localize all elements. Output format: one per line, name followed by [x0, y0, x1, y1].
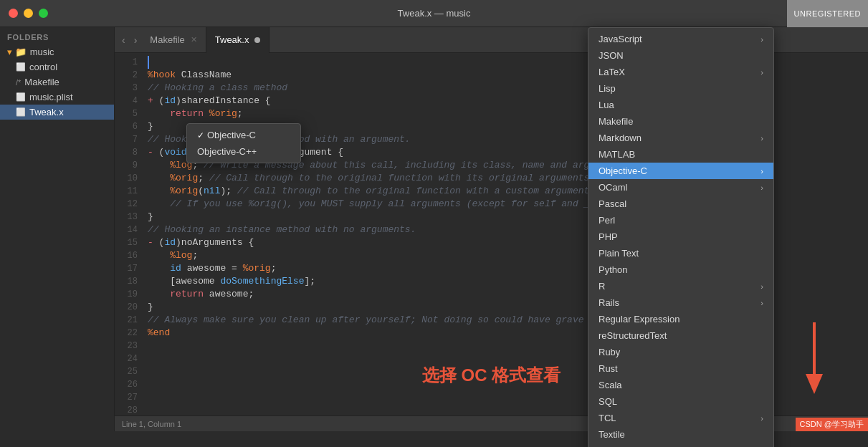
sidebar-file-plist[interactable]: ⬜ music.plist	[0, 90, 114, 105]
menu-item-latex[interactable]: LaTeX ›	[588, 64, 773, 80]
red-arrow-svg	[800, 322, 829, 401]
file-name-plist: music.plist	[29, 92, 73, 102]
tab-makefile-label: Makefile	[150, 34, 184, 45]
tab-makefile[interactable]: Makefile ✕	[141, 27, 206, 53]
submenu-arrow-icon: ›	[760, 282, 763, 291]
menu-item-ruby[interactable]: Ruby	[588, 344, 773, 360]
submenu-arrow-icon: ›	[760, 414, 763, 423]
menu-item-regex[interactable]: Regular Expression	[588, 311, 773, 327]
sidebar: FOLDERS ▾ 📁 music ⬜ control /* Makefile …	[0, 27, 115, 431]
menu-item-tcl[interactable]: TCL ›	[588, 410, 773, 426]
folder-icon: ▾ 📁	[7, 47, 27, 57]
tab-tweak-modified	[254, 37, 260, 43]
unregistered-badge: UNREGISTERED	[787, 0, 868, 27]
tab-tweak[interactable]: Tweak.x	[206, 27, 270, 53]
file-name-makefile: Makefile	[24, 77, 59, 87]
menu-item-perl[interactable]: Perl	[588, 212, 773, 229]
file-name: control	[29, 62, 57, 72]
cursor-position: Line 1, Column 1	[122, 420, 181, 428]
sidebar-folder-music[interactable]: ▾ 📁 music	[0, 44, 114, 59]
submenu-arrow-icon: ›	[760, 35, 763, 44]
menu-item-makefile[interactable]: Makefile	[588, 113, 773, 130]
sidebar-file-control[interactable]: ⬜ control	[0, 59, 114, 74]
submenu-arrow-icon: ›	[760, 183, 763, 192]
file-icon-plist: ⬜	[16, 92, 26, 102]
menu-item-markdown[interactable]: Markdown ›	[588, 130, 773, 146]
red-arrow-container	[800, 322, 829, 404]
menu-item-python[interactable]: Python	[588, 261, 773, 278]
menu-item-pascal[interactable]: Pascal	[588, 196, 773, 212]
menu-item-textile[interactable]: Textile	[588, 426, 773, 443]
submenu-arrow-icon: ›	[760, 68, 763, 77]
file-name-tweak: Tweak.x	[29, 107, 64, 117]
file-icon-tweak: ⬜	[16, 107, 26, 117]
tab-next-button[interactable]: ›	[130, 27, 142, 53]
menu-item-rails[interactable]: Rails ›	[588, 294, 773, 311]
close-button[interactable]	[9, 9, 18, 18]
tab-makefile-close[interactable]: ✕	[191, 35, 197, 44]
menu-item-ocaml[interactable]: OCaml ›	[588, 179, 773, 196]
csdn-badge: CSDN @学习助手	[796, 418, 868, 431]
menu-item-scala[interactable]: Scala	[588, 377, 773, 393]
objectivec-submenu[interactable]: ✓ Objective-C Objective-C++	[186, 123, 301, 163]
menu-item-php[interactable]: PHP	[588, 229, 773, 245]
menu-item-r[interactable]: R ›	[588, 278, 773, 294]
tab-tweak-label: Tweak.x	[215, 34, 249, 45]
sidebar-header: FOLDERS	[0, 27, 114, 44]
folder-name: music	[30, 47, 54, 57]
sidebar-file-makefile[interactable]: /* Makefile	[0, 74, 114, 90]
line-numbers: 12345 678910 1112131415 1617181920 21222…	[115, 53, 142, 415]
file-icon-makefile: /*	[16, 78, 21, 87]
submenu-arrow-icon: ›	[760, 299, 763, 307]
menu-item-lua[interactable]: Lua	[588, 97, 773, 113]
svg-marker-1	[806, 374, 823, 394]
menu-item-plaintext[interactable]: Plain Text	[588, 245, 773, 261]
menu-item-sql[interactable]: SQL	[588, 393, 773, 410]
submenu-objectivec[interactable]: ✓ Objective-C	[187, 127, 300, 143]
sidebar-file-tweak[interactable]: ⬜ Tweak.x	[0, 105, 114, 120]
submenu-arrow-icon: ›	[760, 134, 763, 143]
maximize-button[interactable]	[39, 9, 48, 18]
menu-item-javascript[interactable]: JavaScript ›	[588, 31, 773, 47]
language-dropdown[interactable]: JavaScript › JSON LaTeX › Lisp Lua Makef…	[588, 27, 774, 447]
check-icon: ✓	[197, 130, 204, 140]
submenu-arrow-icon: ›	[760, 167, 763, 176]
menu-item-lisp[interactable]: Lisp	[588, 80, 773, 97]
file-icon: ⬜	[16, 62, 26, 72]
menu-item-objectivec[interactable]: Objective-C ›	[588, 163, 773, 179]
menu-item-restructured[interactable]: reStructuredText	[588, 327, 773, 344]
window-controls	[9, 9, 48, 18]
tab-prev-button[interactable]: ‹	[118, 27, 130, 53]
menu-item-xml[interactable]: XML	[588, 443, 773, 447]
menu-item-json[interactable]: JSON	[588, 47, 773, 64]
menu-item-matlab[interactable]: MATLAB	[588, 146, 773, 163]
minimize-button[interactable]	[24, 9, 33, 18]
menu-item-rust[interactable]: Rust	[588, 360, 773, 377]
submenu-objectivecpp[interactable]: Objective-C++	[187, 143, 300, 160]
window-title: Tweak.x — music	[398, 8, 471, 19]
titlebar: Tweak.x — music UNREGISTERED	[0, 0, 868, 27]
